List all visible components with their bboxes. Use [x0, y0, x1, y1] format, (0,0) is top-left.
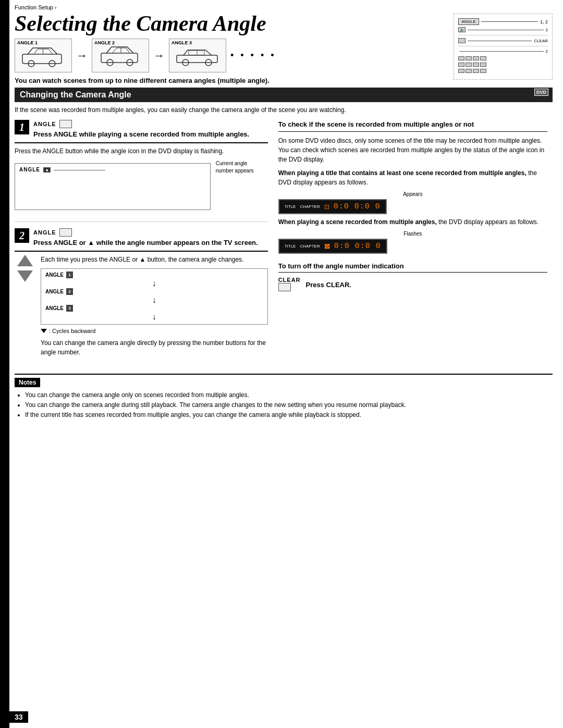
note-item-3: If the current title has scenes recorded… [25, 410, 553, 420]
page-title: Selecting the Camera Angle [15, 11, 448, 35]
display-wrapper-2: Flashes TITLE CHAPTER ⊠ 0:0 0:0 0 [278, 231, 547, 254]
arrow-1: → [76, 49, 88, 63]
step-1-body: Press the ANGLE button while the angle i… [15, 146, 268, 156]
left-bar [0, 0, 9, 728]
breadcrumb: Function Setup › [15, 4, 553, 10]
arrow-2: → [153, 49, 165, 63]
angle-icon-dvd: ⊡ [324, 203, 329, 211]
angle-list-display: ANGLE 1 ↓ ANGLE 2 ↓ ANGLE 3 [41, 268, 268, 325]
step-2-title: Press ANGLE or ▲ while the angle number … [33, 239, 268, 248]
dvd-display-1: TITLE CHAPTER ⊡ 0:0 0:0 0 [278, 199, 387, 214]
display-angle-icon: ■ [43, 167, 51, 172]
note-item-1: You can change the camera angle only on … [25, 390, 553, 400]
svg-rect-11 [189, 51, 204, 55]
dvd-display-2: TITLE CHAPTER ⊠ 0:0 0:0 0 [278, 239, 387, 254]
display-angle-label: ANGLE [19, 167, 40, 172]
notes-section: Notes You can change the camera angle on… [15, 374, 553, 421]
section-header: Changing the Camera Angle DVD [15, 88, 553, 102]
step-1-block: 1 ANGLE Press ANGLE while playing a scen… [15, 120, 268, 213]
angle-box-3: ANGLE 3 [169, 39, 226, 72]
flashes-label: Flashes [278, 231, 547, 237]
cycles-note: : Cycles backward [41, 328, 268, 334]
step-2-block: 2 ANGLE Press ANGLE or ▲ while the angle… [15, 228, 268, 357]
display-note: Current anglenumber appears [216, 160, 268, 175]
clear-instruction: Press CLEAR. [306, 281, 351, 289]
step-2-angle-label: ANGLE [33, 229, 56, 236]
notes-header: Notes [15, 378, 40, 387]
check-title: To check if the scene is recorded from m… [278, 120, 547, 132]
when-playing-note: When playing a scene recorded from multi… [278, 217, 547, 227]
bold-note: When playing a title that contains at le… [278, 168, 547, 187]
step-2-number: 2 [15, 228, 29, 243]
step-1-angle-label: ANGLE [33, 121, 56, 127]
turn-off-title: To turn off the angle number indication [278, 262, 547, 273]
display-wrapper-1: Appears TITLE CHAPTER ⊡ 0:0 0:0 0 [278, 191, 547, 214]
cycles-triangle-icon [41, 329, 47, 333]
step-1-button-icon [59, 120, 72, 128]
step-2-extra-note: You can change the camera angle directly… [41, 338, 268, 357]
step-1-number: 1 [15, 120, 29, 134]
intro-text: If the scene was recorded from multiple … [15, 106, 553, 114]
dvd-badge: DVD [534, 89, 548, 96]
appears-label: Appears [278, 191, 547, 197]
clear-button-icon[interactable] [278, 283, 291, 291]
flashing-angle-icon: ⊠ [324, 242, 330, 250]
step-1-title: Press ANGLE while playing a scene record… [33, 130, 249, 139]
step-2-body: Each time you press the ANGLE or ▲ butto… [41, 255, 268, 264]
notes-list: You can change the camera angle only on … [15, 390, 553, 421]
angle-box-2: ANGLE 2 [92, 39, 149, 72]
page-number: 33 [9, 711, 28, 723]
remote-angle-key-1: ANGLE [458, 18, 479, 25]
check-body: On some DVD video discs, only some scene… [278, 136, 547, 164]
svg-rect-4 [101, 53, 138, 63]
step-2-angle-button [59, 228, 72, 237]
angle-box-1: ANGLE 1 [15, 39, 72, 72]
remote-diagram: ANGLE 1, 2 🔊 2 CLEAR [454, 14, 553, 80]
note-item-2: You can change the camera angle during s… [25, 400, 553, 410]
clear-label: CLEAR [278, 277, 301, 283]
svg-line-3 [43, 49, 43, 54]
diagram-caption: You can watch scenes from up to nine dif… [15, 77, 448, 84]
up-triangle-button[interactable] [17, 255, 33, 266]
step-1-display: ANGLE ■ ——————————— [15, 163, 211, 210]
turn-off-section: To turn off the angle number indication … [278, 262, 547, 293]
check-recorded-section: To check if the scene is recorded from m… [278, 120, 547, 254]
down-triangle-button[interactable] [17, 270, 33, 282]
continuation-dots: • • • • • [230, 50, 276, 61]
angle-diagram: ANGLE 1 [15, 39, 448, 72]
clear-section: CLEAR Press CLEAR. [278, 277, 547, 293]
